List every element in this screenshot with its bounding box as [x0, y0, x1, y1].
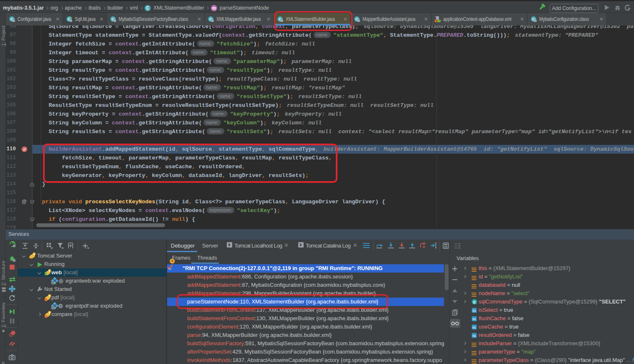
svg-text:01: 01	[473, 309, 476, 312]
svg-text:E: E	[473, 300, 476, 304]
svg-text:01: 01	[473, 317, 476, 320]
svg-text:01: 01	[473, 326, 476, 329]
svg-text:01: 01	[473, 334, 476, 337]
svg-text:?: ?	[59, 304, 62, 308]
svg-text:<: <	[436, 19, 438, 22]
